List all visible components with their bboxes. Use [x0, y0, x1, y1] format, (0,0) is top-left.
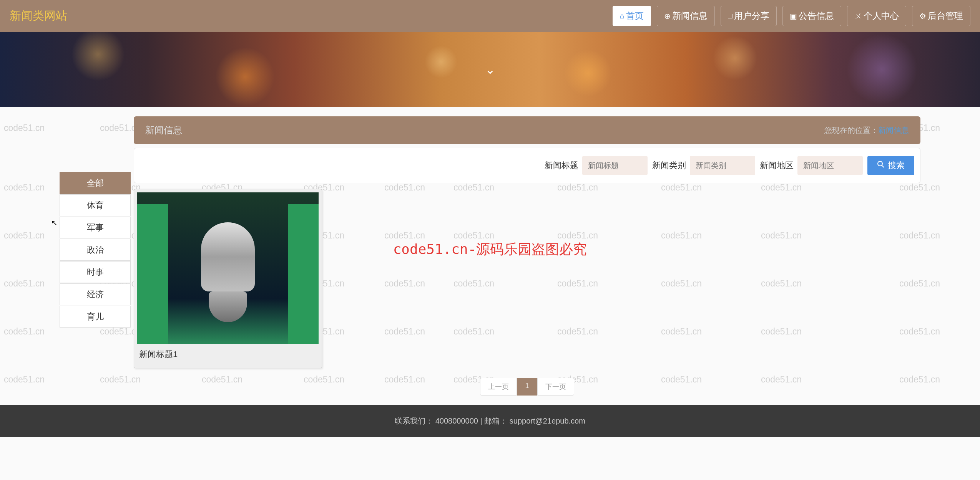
search-bar: 新闻标题新闻类别新闻地区 搜索 [134, 148, 920, 183]
nav-item-3[interactable]: ▣公告信息 [782, 6, 841, 26]
search-group-1: 新闻类别 [652, 156, 755, 175]
sidebar-item-3[interactable]: 政治 [60, 239, 131, 261]
search-input-2[interactable] [797, 156, 863, 175]
sidebar-item-6[interactable]: 育儿 [60, 306, 131, 328]
site-title: 新闻类网站 [10, 8, 67, 24]
nav-menu: ⌂首页⊕新闻信息□用户分享▣公告信息ㄨ个人中心⚙后台管理 [613, 6, 970, 26]
search-icon [877, 161, 885, 170]
breadcrumb-bar: 新闻信息 您现在的位置：新闻信息 [134, 116, 920, 144]
search-label: 新闻类别 [652, 160, 686, 171]
search-label: 新闻地区 [760, 160, 794, 171]
sidebar-item-4[interactable]: 时事 [60, 261, 131, 283]
prev-page-button[interactable]: 上一页 [480, 378, 517, 396]
category-sidebar: 全部体育军事政治时事经济育儿 [60, 172, 131, 328]
cursor-icon: ↖ [51, 218, 58, 227]
nav-item-2[interactable]: □用户分享 [721, 6, 777, 26]
nav-item-1[interactable]: ⊕新闻信息 [657, 6, 715, 26]
card-title: 新闻标题1 [137, 344, 319, 365]
main-content: 新闻信息 您现在的位置：新闻信息 新闻标题新闻类别新闻地区 搜索 新闻标题1 上… [134, 116, 920, 396]
search-group-0: 新闻标题 [545, 156, 648, 175]
nav-icon: ㄨ [854, 11, 862, 21]
sidebar-item-1[interactable]: 体育 [60, 194, 131, 216]
nav-icon: ⊕ [664, 12, 671, 21]
nav-icon: ▣ [790, 12, 797, 21]
news-grid: 新闻标题1 [134, 189, 920, 368]
nav-item-4[interactable]: ㄨ个人中心 [847, 6, 906, 26]
page-number-button[interactable]: 1 [517, 378, 537, 396]
nav-label: 首页 [626, 10, 644, 22]
card-image [137, 192, 319, 344]
sidebar-item-2[interactable]: 军事 [60, 217, 131, 238]
search-label: 新闻标题 [545, 160, 578, 171]
news-card[interactable]: 新闻标题1 [134, 189, 322, 368]
sidebar-item-5[interactable]: 经济 [60, 283, 131, 305]
search-input-1[interactable] [690, 156, 755, 175]
chevron-down-icon[interactable]: ⌄ [485, 62, 495, 77]
search-group-2: 新闻地区 [760, 156, 863, 175]
search-button[interactable]: 搜索 [867, 156, 914, 175]
search-input-0[interactable] [582, 156, 648, 175]
footer: 联系我们： 4008000000 | 邮箱： support@21epub.co… [0, 405, 980, 437]
nav-icon: □ [728, 12, 733, 20]
next-page-button[interactable]: 下一页 [537, 378, 574, 396]
nav-icon: ⌂ [620, 12, 625, 20]
nav-label: 用户分享 [734, 10, 769, 22]
nav-label: 新闻信息 [672, 10, 708, 22]
nav-label: 公告信息 [799, 10, 834, 22]
nav-item-0[interactable]: ⌂首页 [613, 6, 651, 26]
hero-banner: ⌄ [0, 32, 980, 107]
breadcrumb-location: 您现在的位置：新闻信息 [824, 125, 909, 136]
nav-label: 后台管理 [928, 10, 963, 22]
sidebar-item-0[interactable]: 全部 [60, 172, 131, 194]
nav-item-5[interactable]: ⚙后台管理 [912, 6, 970, 26]
header: 新闻类网站 ⌂首页⊕新闻信息□用户分享▣公告信息ㄨ个人中心⚙后台管理 [0, 0, 980, 32]
svg-point-0 [878, 161, 882, 166]
pagination: 上一页1下一页 [134, 378, 920, 396]
page-title: 新闻信息 [145, 124, 182, 136]
svg-line-1 [882, 166, 884, 167]
nav-icon: ⚙ [919, 12, 926, 21]
nav-label: 个人中心 [864, 10, 899, 22]
